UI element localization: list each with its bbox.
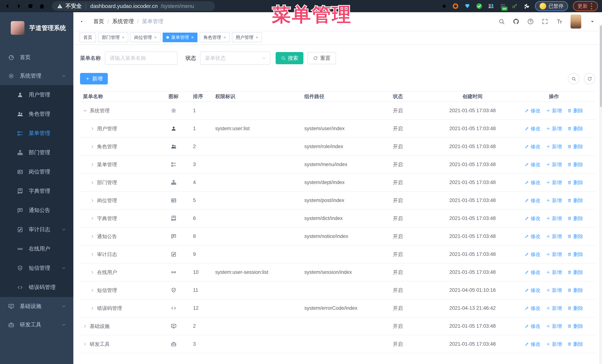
tab-home[interactable]: 首页 [80,32,96,42]
add-action[interactable]: 新增 [546,161,562,168]
row-expand-icon[interactable] [90,270,95,274]
add-action[interactable]: 新增 [546,269,562,276]
address-bar[interactable]: 不安全 dashboard.yudao.iocoder.cn/system/me… [52,1,215,11]
edit-action[interactable]: 修改 [525,305,541,312]
edit-action[interactable]: 修改 [525,251,541,258]
delete-action[interactable]: 删除 [567,179,583,186]
row-expand-icon[interactable] [90,252,95,256]
delete-action[interactable]: 删除 [567,233,583,240]
toggle-search-button[interactable] [568,73,580,84]
sidebar-item-audit[interactable]: 审计日志 [0,220,73,239]
menu-name-input[interactable] [105,52,177,65]
row-expand-icon[interactable] [90,127,95,131]
delete-action[interactable]: 删除 [567,341,583,348]
delete-action[interactable]: 删除 [567,197,583,204]
sidebar-item-session[interactable]: 在线用户 [0,239,73,259]
extension-icon[interactable]: on [499,3,506,10]
delete-action[interactable]: 删除 [567,305,583,312]
edit-action[interactable]: 修改 [525,179,541,186]
row-expand-icon[interactable] [90,180,95,185]
edit-action[interactable]: 修改 [525,269,541,276]
row-expand-icon[interactable] [90,163,95,167]
close-icon[interactable]: × [256,35,258,40]
tab-post[interactable]: 岗位管理× [130,32,161,42]
delete-action[interactable]: 删除 [567,251,583,258]
add-action[interactable]: 新增 [546,215,562,222]
add-action[interactable]: 新增 [546,323,562,330]
close-icon[interactable]: × [191,35,194,40]
tab-menu[interactable]: 菜单管理× [163,32,197,42]
delete-action[interactable]: 删除 [567,143,583,150]
delete-action[interactable]: 删除 [567,287,583,294]
add-button[interactable]: 新增 [80,73,108,84]
browser-update-pill[interactable]: 更新 [573,1,598,11]
home-icon[interactable] [39,3,45,10]
status-select[interactable]: 菜单状态 [200,52,270,65]
breadcrumb-item[interactable]: 首页 [93,18,104,25]
caret-down-icon[interactable] [589,18,596,25]
close-icon[interactable]: × [154,35,157,40]
edit-action[interactable]: 修改 [525,215,541,222]
edit-action[interactable]: 修改 [525,143,541,150]
sidebar-item-system[interactable]: 系统管理 [0,67,73,85]
delete-action[interactable]: 删除 [567,125,583,132]
add-action[interactable]: 新增 [546,233,562,240]
edit-action[interactable]: 修改 [525,197,541,204]
search-icon[interactable] [498,18,505,25]
breadcrumb-item[interactable]: 系统管理 [112,18,134,25]
sidebar-item-home[interactable]: 首页 [0,48,73,67]
forward-icon[interactable] [16,3,22,10]
app-logo[interactable]: 芋道管理系统 [0,12,73,44]
row-expand-icon[interactable] [90,234,95,239]
search-button[interactable]: 搜索 [276,52,303,64]
delete-action[interactable]: 删除 [567,215,583,222]
github-icon[interactable] [513,18,519,25]
extension-icon[interactable] [511,3,518,10]
edit-action[interactable]: 修改 [525,107,541,114]
tab-user[interactable]: 用户管理× [232,32,262,42]
sidebar-item-devtool[interactable]: 研发工具 [0,315,73,334]
extension-icon[interactable] [487,3,494,10]
tab-role[interactable]: 角色管理× [200,32,230,42]
row-expand-icon[interactable] [90,306,95,310]
hamburger-icon[interactable] [80,18,87,25]
scrollbar-thumb[interactable] [600,26,602,107]
page-scrollbar[interactable] [599,24,602,364]
extension-icon[interactable] [452,3,459,10]
row-expand-icon[interactable] [83,342,87,346]
extensions-puzzle-icon[interactable] [523,3,530,10]
delete-action[interactable]: 删除 [567,107,583,114]
add-action[interactable]: 新增 [546,143,562,150]
add-action[interactable]: 新增 [546,341,562,348]
add-action[interactable]: 新增 [546,125,562,132]
help-icon[interactable] [527,18,534,25]
sidebar-item-errcode[interactable]: 错误码管理 [0,278,73,297]
edit-action[interactable]: 修改 [525,233,541,240]
reload-icon[interactable] [27,3,34,10]
row-expand-icon[interactable] [83,109,87,113]
edit-action[interactable]: 修改 [525,323,541,330]
row-expand-icon[interactable] [90,145,95,149]
edit-action[interactable]: 修改 [525,287,541,294]
delete-action[interactable]: 删除 [567,161,583,168]
close-icon[interactable]: × [122,35,124,40]
refresh-table-button[interactable] [584,73,595,84]
delete-action[interactable]: 删除 [567,323,583,330]
browser-menu-icon[interactable] [591,3,592,10]
sidebar-item-sms[interactable]: 短信管理 [0,259,73,278]
reset-button[interactable]: 重置 [308,52,336,64]
sidebar-item-dict[interactable]: 字典管理 [0,181,73,201]
sidebar-item-menu[interactable]: 菜单管理 [0,124,73,143]
add-action[interactable]: 新增 [546,305,562,312]
row-expand-icon[interactable] [90,217,95,220]
sidebar-item-role[interactable]: 角色管理 [0,104,73,124]
sidebar-item-user[interactable]: 用户管理 [0,85,73,104]
sidebar-item-notice[interactable]: 通知公告 [0,201,73,220]
row-expand-icon[interactable] [83,324,87,328]
add-action[interactable]: 新增 [546,107,562,114]
edit-action[interactable]: 修改 [525,341,541,348]
font-size-icon[interactable] [556,18,563,25]
tab-dept[interactable]: 部门管理× [98,32,128,42]
add-action[interactable]: 新增 [546,251,562,258]
user-avatar[interactable] [570,14,581,29]
